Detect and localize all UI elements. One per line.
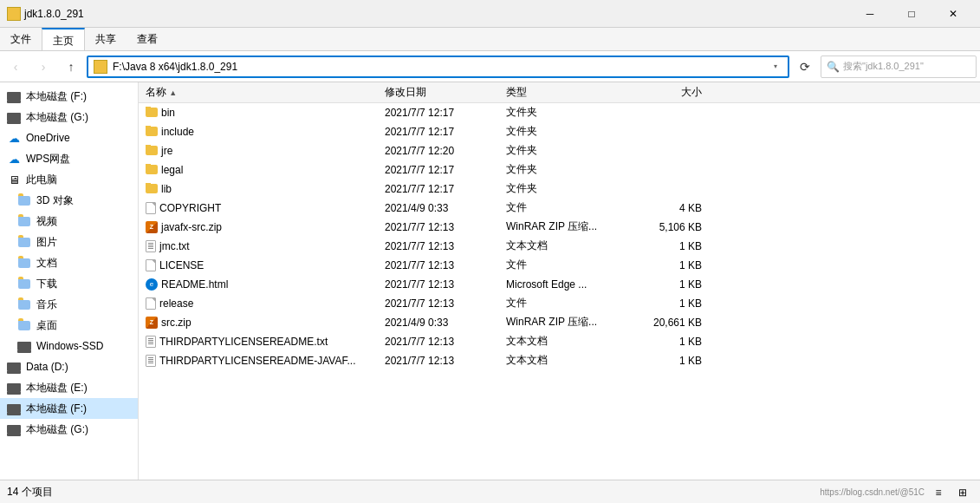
txt-icon (146, 240, 156, 252)
sidebar-item-desktop[interactable]: 桌面 (0, 315, 138, 336)
nav-bar: ‹ › ↑ F:\Java 8 x64\jdk1.8.0_291 ▾ ⟳ 🔍 搜… (0, 51, 980, 82)
sidebar-item-pictures[interactable]: 图片 (0, 232, 138, 252)
sidebar-item-onedrive[interactable]: ☁ OneDrive (0, 127, 138, 148)
table-row[interactable]: Z javafx-src.zip 2021/7/7 12:13 WinRAR Z… (139, 218, 980, 237)
col-name-header[interactable]: 名称 ▲ (139, 85, 381, 100)
sidebar-item-music[interactable]: 音乐 (0, 294, 138, 315)
sidebar-item-3d-objects[interactable]: 3D 对象 (0, 190, 138, 211)
table-row[interactable]: e README.html 2021/7/7 12:13 Microsoft E… (139, 275, 980, 294)
file-icon (146, 202, 156, 214)
sidebar-item-local-disk-g[interactable]: 本地磁盘 (G:) (0, 107, 138, 127)
file-name-cell: LICENSE (139, 259, 381, 271)
table-row[interactable]: lib 2021/7/7 12:17 文件夹 (139, 180, 980, 199)
sidebar-item-wps[interactable]: ☁ WPS网盘 (0, 148, 138, 169)
file-name-cell: Z src.zip (139, 317, 381, 329)
col-date-header[interactable]: 修改日期 (381, 85, 503, 100)
file-type-cell: Microsoft Edge ... (503, 278, 633, 291)
address-text: F:\Java 8 x64\jdk1.8.0_291 (113, 61, 769, 73)
sidebar-item-this-pc[interactable]: 🖥 此电脑 (0, 169, 138, 190)
table-row[interactable]: jre 2021/7/7 12:20 文件夹 (139, 141, 980, 160)
tab-share[interactable]: 共享 (85, 28, 127, 50)
folder-icon (146, 165, 158, 174)
sidebar-item-local-disk-e[interactable]: 本地磁盘 (E:) (0, 377, 138, 398)
file-name: legal (161, 164, 183, 176)
folder-icon (17, 318, 31, 332)
sidebar-item-local-disk-f2[interactable]: 本地磁盘 (F:) (0, 398, 138, 419)
address-bar[interactable]: F:\Java 8 x64\jdk1.8.0_291 ▾ (87, 56, 789, 78)
pc-icon: 🖥 (7, 173, 21, 186)
folder-icon (146, 184, 158, 193)
view-icons-button[interactable]: ⊞ (952, 484, 973, 501)
file-name: THIRDPARTYLICENSEREADME-JAVAF... (159, 355, 355, 367)
edge-icon: e (146, 278, 158, 291)
col-size-header[interactable]: 大小 (633, 85, 702, 100)
file-size-cell: 1 KB (633, 240, 702, 252)
watermark: https://blog.csdn.net/@51C (820, 487, 925, 497)
search-box[interactable]: 🔍 搜索"jdk1.8.0_291" (821, 56, 977, 78)
file-type-cell: WinRAR ZIP 压缩... (503, 315, 633, 330)
file-date-cell: 2021/7/7 12:13 (381, 336, 503, 348)
sidebar-item-downloads[interactable]: 下载 (0, 273, 138, 294)
file-size-cell: 20,661 KB (633, 317, 702, 329)
address-dropdown-icon[interactable]: ▾ (769, 60, 782, 74)
table-row[interactable]: jmc.txt 2021/7/7 12:13 文本文档 1 KB (139, 237, 980, 256)
sidebar-item-data-d[interactable]: Data (D:) (0, 356, 138, 377)
back-button[interactable]: ‹ (3, 55, 28, 79)
sidebar-item-windows-ssd[interactable]: Windows-SSD (0, 336, 138, 356)
close-button[interactable]: ✕ (933, 0, 973, 28)
file-size-cell: 5,106 KB (633, 221, 702, 233)
file-name-cell: THIRDPARTYLICENSEREADME.txt (139, 336, 381, 348)
drive-icon (7, 360, 21, 374)
drive-icon (7, 89, 21, 103)
search-placeholder: 搜索"jdk1.8.0_291" (843, 60, 924, 73)
file-type-cell: 文本文档 (503, 238, 633, 253)
address-folder-icon (94, 60, 107, 74)
table-row[interactable]: bin 2021/7/7 12:17 文件夹 (139, 103, 980, 122)
file-date-cell: 2021/7/7 12:13 (381, 355, 503, 367)
table-row[interactable]: legal 2021/7/7 12:17 文件夹 (139, 160, 980, 180)
up-button[interactable]: ↑ (59, 55, 83, 79)
folder-icon (17, 256, 31, 270)
view-details-button[interactable]: ≡ (928, 484, 949, 501)
minimize-button[interactable]: ─ (850, 0, 890, 28)
table-row[interactable]: Z src.zip 2021/4/9 0:33 WinRAR ZIP 压缩...… (139, 313, 980, 332)
file-date-cell: 2021/7/7 12:13 (381, 278, 503, 291)
sidebar-item-videos[interactable]: 视频 (0, 211, 138, 232)
file-list-header: 名称 ▲ 修改日期 类型 大小 (139, 82, 980, 103)
sidebar: 本地磁盘 (F:) 本地磁盘 (G:) ☁ OneDrive ☁ WPS网盘 🖥… (0, 82, 139, 480)
file-list: 名称 ▲ 修改日期 类型 大小 bin 2021/7/7 12:17 文件夹 (139, 82, 980, 480)
refresh-button[interactable]: ⟳ (793, 55, 817, 79)
folder-icon (17, 214, 31, 228)
ribbon-tabs: 文件 主页 共享 查看 (0, 28, 980, 50)
status-bar: 14 个项目 https://blog.csdn.net/@51C ≡ ⊞ (0, 480, 980, 503)
txt-icon (146, 336, 156, 348)
table-row[interactable]: THIRDPARTYLICENSEREADME-JAVAF... 2021/7/… (139, 351, 980, 370)
sidebar-item-local-disk-g2[interactable]: 本地磁盘 (G:) (0, 419, 138, 440)
zip-icon: Z (146, 317, 158, 329)
col-type-header[interactable]: 类型 (503, 85, 633, 100)
file-size-cell: 1 KB (633, 259, 702, 271)
file-name: src.zip (161, 317, 191, 329)
folder-icon (146, 108, 158, 117)
table-row[interactable]: LICENSE 2021/7/7 12:13 文件 1 KB (139, 256, 980, 275)
drive-icon (17, 339, 31, 353)
maximize-button[interactable]: □ (892, 0, 931, 28)
file-icon (146, 297, 156, 310)
tab-view[interactable]: 查看 (127, 28, 168, 50)
file-type-cell: 文件夹 (503, 143, 633, 158)
table-row[interactable]: COPYRIGHT 2021/4/9 0:33 文件 4 KB (139, 199, 980, 218)
forward-button[interactable]: › (31, 55, 55, 79)
file-name-cell: bin (139, 107, 381, 119)
table-row[interactable]: include 2021/7/7 12:17 文件夹 (139, 122, 980, 141)
window-controls: ─ □ ✕ (850, 0, 973, 28)
zip-icon: Z (146, 221, 158, 233)
file-name-cell: THIRDPARTYLICENSEREADME-JAVAF... (139, 355, 381, 367)
tab-home[interactable]: 主页 (42, 28, 85, 50)
wps-icon: ☁ (7, 152, 21, 166)
folder-icon (146, 127, 158, 136)
table-row[interactable]: release 2021/7/7 12:13 文件 1 KB (139, 294, 980, 313)
sidebar-item-local-disk-f[interactable]: 本地磁盘 (F:) (0, 86, 138, 107)
tab-file[interactable]: 文件 (0, 28, 42, 50)
sidebar-item-documents[interactable]: 文档 (0, 252, 138, 273)
table-row[interactable]: THIRDPARTYLICENSEREADME.txt 2021/7/7 12:… (139, 332, 980, 351)
